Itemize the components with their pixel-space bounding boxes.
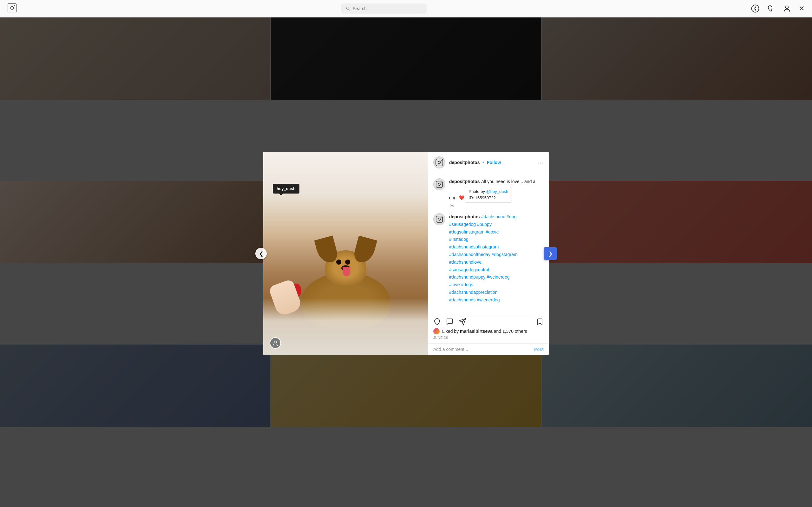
svg-point-14: [438, 183, 440, 185]
svg-point-12: [441, 160, 442, 161]
svg-point-17: [438, 218, 440, 220]
svg-rect-16: [436, 216, 442, 222]
caption-avatar[interactable]: [433, 178, 444, 190]
post-image-panel: hey_dash: [263, 152, 428, 273]
post-modal: hey_dash depositphotos • Follo: [263, 152, 444, 273]
username-tooltip: hey_dash: [273, 184, 299, 193]
prev-button[interactable]: ❮: [255, 248, 267, 259]
svg-line-4: [349, 9, 350, 10]
hashtags-row: depositphotos #dachshund #dog #sausagedo…: [433, 213, 444, 273]
svg-rect-13: [436, 181, 442, 187]
svg-point-18: [441, 217, 441, 218]
svg-point-2: [14, 5, 15, 6]
svg-point-1: [11, 7, 14, 9]
svg-rect-10: [436, 159, 443, 166]
post-header: depositphotos • Follow ···: [428, 152, 444, 173]
search-bar[interactable]: [341, 3, 427, 14]
navbar: ✕: [0, 0, 444, 17]
svg-point-15: [441, 182, 441, 183]
hashtags-avatar[interactable]: [433, 213, 444, 225]
post-content-panel: depositphotos • Follow ··· depositphotos: [428, 152, 444, 273]
svg-point-11: [438, 161, 441, 164]
comments-area[interactable]: depositphotos All you need is love... an…: [428, 173, 444, 273]
svg-rect-0: [8, 3, 16, 12]
instagram-logo[interactable]: [8, 3, 16, 14]
caption-row: depositphotos All you need is love... an…: [433, 178, 444, 208]
search-input[interactable]: [353, 6, 422, 11]
post-author-avatar[interactable]: [433, 156, 444, 168]
